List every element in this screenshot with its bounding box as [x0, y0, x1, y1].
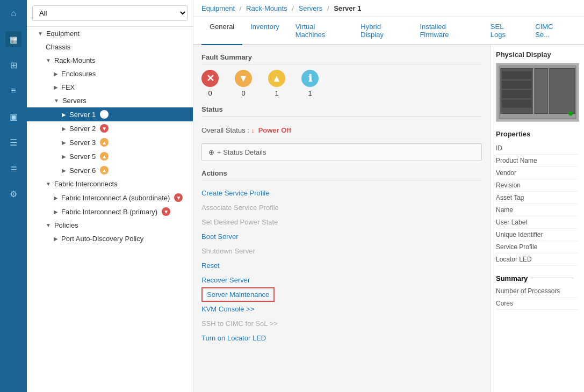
tab-sel[interactable]: SEL Logs — [482, 17, 527, 45]
fault-warning-count: 1 — [308, 89, 312, 97]
tree-item-equipment[interactable]: ▼Equipment — [27, 27, 193, 40]
leaf-arrow: ▶ — [62, 168, 66, 173]
scope-select[interactable]: All — [32, 5, 188, 21]
summary-prop-label: Cores — [496, 300, 513, 307]
tree-item-fex[interactable]: ▶FEX — [27, 81, 193, 94]
gear-icon[interactable]: ⚙ — [5, 186, 21, 202]
action-create-service-profile[interactable]: Create Service Profile — [201, 186, 482, 200]
svg-rect-4 — [550, 69, 575, 114]
prop-row-id: ID — [496, 142, 579, 155]
tree-item-fabric-interconnect-a-(subordinate)[interactable]: ▶Fabric Interconnect A (subordinate)▼ — [27, 191, 193, 205]
status-title: Status — [201, 105, 482, 117]
tree-label: Servers — [62, 97, 86, 105]
breadcrumb-rackmounts[interactable]: Rack-Mounts — [246, 4, 287, 12]
tab-inventory[interactable]: Inventory — [242, 17, 287, 45]
tree-item-rack-mounts[interactable]: ▼Rack-Mounts — [27, 54, 193, 67]
fault-minor-icon: ▲ — [268, 70, 285, 87]
tree-item-servers[interactable]: ▼Servers — [27, 94, 193, 107]
properties-list: IDProduct NameVendorRevisionAsset TagNam… — [496, 142, 579, 266]
leaf-arrow: ▶ — [54, 84, 58, 90]
tree-item-fabric-interconnects[interactable]: ▼Fabric Interconnects — [27, 177, 193, 191]
actions-list: Create Service ProfileAssociate Service … — [201, 186, 482, 345]
power-arrow-icon: ↓ — [251, 126, 255, 134]
tab-cimc[interactable]: CIMC Se... — [527, 17, 576, 45]
tree-item-server-2[interactable]: ▶Server 2▼ — [27, 121, 193, 135]
prop-row-user-label: User Label — [496, 216, 579, 229]
network-icon[interactable]: ⊞ — [5, 57, 21, 73]
tree-item-enclosures[interactable]: ▶Enclosures — [27, 67, 193, 81]
breadcrumb: Equipment / Rack-Mounts / Servers / Serv… — [193, 0, 584, 17]
tab-general[interactable]: General — [201, 17, 242, 45]
main-area: Equipment / Rack-Mounts / Servers / Serv… — [193, 0, 584, 392]
overall-status-label: Overall Status : — [201, 126, 249, 134]
tree-item-policies[interactable]: ▼Policies — [27, 219, 193, 232]
summary-divider — [530, 278, 573, 278]
prop-row-name: Name — [496, 204, 579, 216]
fault-warning: ℹ 1 — [301, 70, 319, 97]
action-recover-server[interactable]: Recover Server — [201, 273, 482, 287]
prop-label: User Label — [496, 219, 527, 226]
fault-critical: ✕ 0 — [201, 70, 219, 97]
list3-icon[interactable]: ≣ — [5, 160, 21, 176]
overall-status-row: Overall Status : ↓ Power Off — [201, 122, 482, 139]
fault-minor-count: 1 — [275, 89, 278, 97]
monitor-icon[interactable]: ▣ — [5, 108, 21, 125]
prop-row-locator-led: Locator LED — [496, 253, 579, 266]
tab-hybrid[interactable]: Hybrid Display — [352, 17, 412, 45]
leaf-arrow: ▶ — [54, 195, 58, 201]
status-badge: ▼ — [162, 207, 170, 216]
tab-firmware[interactable]: Installed Firmware — [412, 17, 482, 45]
action-boot-server[interactable]: Boot Server — [201, 229, 482, 244]
leaf-arrow: ▶ — [62, 140, 66, 146]
tree-item-chassis[interactable]: Chassis — [27, 40, 193, 54]
svg-rect-8 — [502, 100, 531, 108]
server-icon[interactable]: ▦ — [5, 31, 21, 47]
action-turn-on-locator-led[interactable]: Turn on Locator LED — [201, 331, 482, 345]
action-kvm-console->>[interactable]: KVM Console >> — [201, 302, 482, 316]
prop-label: Product Name — [496, 157, 537, 164]
fault-warning-icon: ℹ — [301, 70, 319, 87]
summary-label: Summary — [496, 274, 528, 282]
status-details-button[interactable]: ⊕ + Status Details — [201, 143, 482, 161]
list-icon[interactable]: ≡ — [5, 83, 21, 99]
fault-summary-title: Fault Summary — [201, 53, 482, 64]
content-main: Fault Summary ✕ 0 ▼ 0 ▲ 1 ℹ 1 — [193, 45, 490, 392]
expand-arrow: ▼ — [54, 98, 59, 104]
tree-item-server-3[interactable]: ▶Server 3▲ — [27, 135, 193, 149]
tree-label: Chassis — [46, 43, 70, 51]
tree-label: FEX — [61, 83, 75, 91]
tree-label: Fabric Interconnects — [54, 180, 118, 188]
action-server-maintenance[interactable]: Server Maintenance — [201, 287, 275, 302]
tree-item-server-6[interactable]: ▶Server 6▲ — [27, 163, 193, 177]
breadcrumb-equipment[interactable]: Equipment — [201, 4, 235, 12]
physical-display-title: Physical Display — [496, 50, 579, 59]
fault-major: ▼ 0 — [235, 70, 252, 97]
sidebar: All ▼EquipmentChassis▼Rack-Mounts▶Enclos… — [27, 0, 193, 392]
list2-icon[interactable]: ☰ — [5, 134, 21, 150]
breadcrumb-servers[interactable]: Servers — [298, 4, 322, 12]
fault-row: ✕ 0 ▼ 0 ▲ 1 ℹ 1 — [201, 70, 482, 97]
tab-vms[interactable]: Virtual Machines — [287, 17, 353, 45]
svg-rect-5 — [502, 71, 531, 79]
sidebar-search[interactable]: All — [27, 0, 193, 27]
tree-label: Equipment — [46, 30, 80, 38]
tree-item-fabric-interconnect-b-(primary)[interactable]: ▶Fabric Interconnect B (primary)▼ — [27, 205, 193, 219]
tree-item-server-5[interactable]: ▶Server 5▲ — [27, 149, 193, 163]
home-icon[interactable]: ⌂ — [5, 5, 21, 21]
svg-point-9 — [568, 112, 573, 116]
properties-title: Properties — [496, 130, 579, 138]
tree-label: Server 5 — [69, 153, 96, 161]
tree-item-port-auto-discovery-policy[interactable]: ▶Port Auto-Discovery Policy — [27, 232, 193, 245]
prop-label: Asset Tag — [496, 194, 524, 201]
prop-row-service-profile: Service Profile — [496, 241, 579, 253]
expand-arrow: ▼ — [38, 31, 43, 37]
tree-item-server-1[interactable]: ▶Server 1▲ — [27, 107, 193, 121]
prop-label: Name — [496, 206, 513, 214]
tree-label: Policies — [54, 221, 78, 229]
breadcrumb-current: Server 1 — [334, 4, 361, 12]
action-reset[interactable]: Reset — [201, 258, 482, 273]
action-set-desired-power-state: Set Desired Power State — [201, 215, 482, 229]
summary-prop-row-cores: Cores — [496, 297, 579, 310]
fault-minor: ▲ 1 — [268, 70, 285, 97]
expand-arrow: ▼ — [46, 57, 51, 63]
